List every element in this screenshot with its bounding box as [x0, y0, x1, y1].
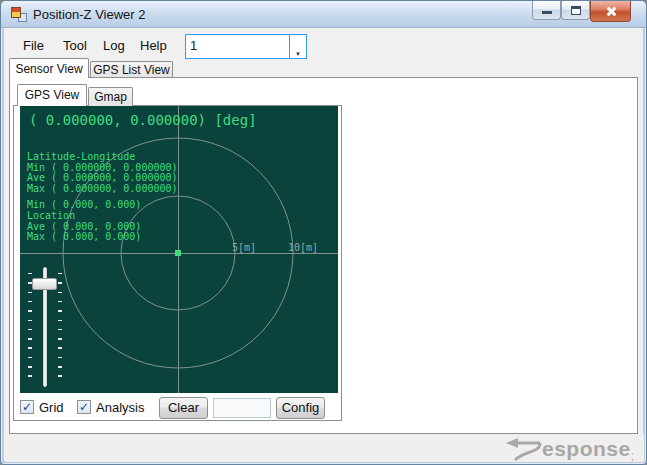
close-icon — [605, 5, 618, 18]
maximize-button[interactable] — [561, 1, 590, 20]
tab-gps-view[interactable]: GPS View — [17, 84, 87, 106]
menu-log[interactable]: Log — [96, 36, 132, 55]
app-icon-front-square — [11, 7, 21, 18]
watermark-text: esponse — [542, 437, 631, 461]
zoom-slider-ticks-right — [58, 273, 62, 385]
combobox-dropdown-button[interactable]: ▼ — [289, 35, 306, 58]
value-field[interactable] — [213, 398, 271, 418]
gps-radar-display: ( 0.000000, 0.000000) [deg] Latitude-Lon… — [20, 106, 338, 393]
chevron-down-icon: ▼ — [295, 51, 301, 57]
menu-tool[interactable]: Tool — [56, 36, 94, 55]
tab-gps-list-view[interactable]: GPS List View — [90, 61, 173, 78]
analysis-checkbox[interactable]: ✓ — [77, 400, 91, 414]
minimize-button[interactable] — [532, 1, 561, 20]
grid-checkbox[interactable]: ✓ — [20, 400, 34, 414]
watermark-arrow-icon — [502, 437, 542, 463]
radar-stats: Latitude-LongitudeMin ( 0.000000, 0.0000… — [27, 152, 178, 243]
app-window: Position-Z Viewer 2 File Tool Log Help 1… — [0, 0, 647, 465]
config-button[interactable]: Config — [276, 397, 325, 419]
watermark-suffix: ; — [631, 449, 634, 463]
combobox-value: 1 — [190, 38, 197, 53]
ring-label-5m: 5[m] — [232, 242, 256, 253]
app-icon — [11, 7, 27, 23]
menu-help[interactable]: Help — [133, 36, 174, 55]
window-title: Position-Z Viewer 2 — [33, 7, 145, 22]
position-marker — [175, 250, 181, 256]
zoom-slider-thumb[interactable] — [32, 278, 57, 290]
close-button[interactable] — [590, 1, 631, 22]
watermark-logo: esponse ; — [502, 437, 634, 463]
tab-sensor-view[interactable]: Sensor View — [9, 58, 89, 78]
grid-checkbox-label: Grid — [39, 400, 64, 415]
ring-label-10m: 10[m] — [288, 242, 318, 253]
maximize-icon — [571, 6, 581, 15]
session-combobox[interactable]: 1 ▼ — [185, 34, 307, 59]
gps-coordinate-readout: ( 0.000000, 0.000000) [deg] — [29, 112, 257, 128]
analysis-checkbox-label: Analysis — [96, 400, 144, 415]
minimize-icon — [542, 11, 552, 14]
clear-button[interactable]: Clear — [159, 397, 208, 419]
zoom-slider-ticks-left — [28, 273, 32, 385]
menu-file[interactable]: File — [16, 36, 51, 55]
tab-gmap[interactable]: Gmap — [88, 87, 133, 106]
